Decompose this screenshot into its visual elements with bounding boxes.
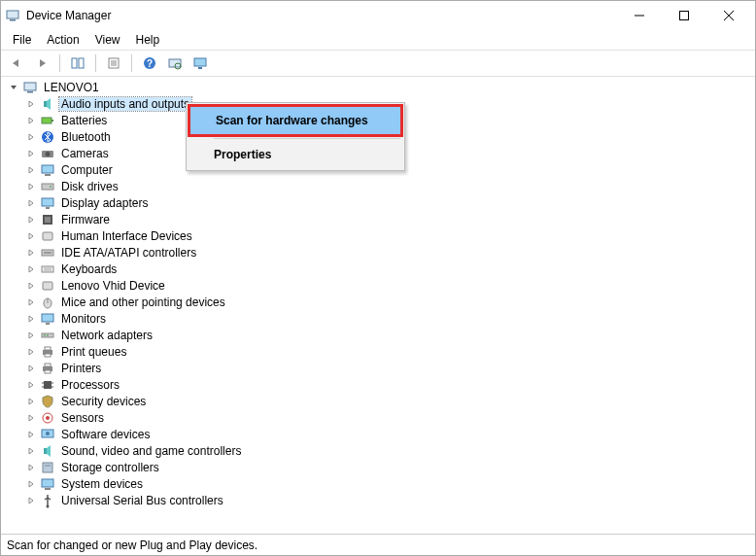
tree-item-label: System devices (59, 477, 145, 491)
tree-item[interactable]: System devices (1, 475, 755, 492)
tree-item[interactable]: Lenovo Vhid Device (1, 277, 755, 294)
tree-item-label: Monitors (59, 312, 108, 326)
tree-item-label: Storage controllers (59, 461, 161, 474)
chevron-right-icon[interactable] (24, 411, 38, 425)
menu-file[interactable]: File (5, 31, 39, 49)
tree-item[interactable]: Print queues (1, 343, 755, 360)
tree-item[interactable]: Processors (1, 376, 755, 393)
svg-point-60 (46, 416, 50, 420)
display-icon (40, 195, 55, 211)
tree-item[interactable]: Security devices (1, 393, 755, 409)
tree-item[interactable]: Mice and other pointing devices (1, 294, 755, 310)
svg-text:?: ? (147, 58, 153, 69)
tree-item-label: Audio inputs and outputs (59, 97, 191, 111)
minimize-button[interactable] (617, 1, 662, 30)
window-title: Device Manager (26, 9, 617, 22)
status-text: Scan for changed or new Plug and Play de… (7, 539, 258, 552)
svg-rect-44 (46, 323, 50, 325)
tree-item[interactable]: IDE ATA/ATAPI controllers (1, 244, 755, 261)
chevron-right-icon[interactable] (24, 428, 38, 441)
svg-rect-17 (198, 67, 202, 69)
tree-item-label: Mice and other pointing devices (59, 295, 227, 309)
svg-rect-1 (10, 19, 16, 21)
tree-item-label: Network adapters (59, 329, 155, 342)
chevron-right-icon[interactable] (24, 147, 38, 160)
tree-item[interactable]: Storage controllers (1, 459, 755, 475)
tree-item[interactable]: Keyboards (1, 261, 755, 277)
camera-icon (40, 146, 55, 161)
context-scan-hardware[interactable]: Scan for hardware changes (190, 107, 400, 134)
menu-help[interactable]: Help (128, 31, 168, 49)
chevron-right-icon[interactable] (24, 461, 38, 474)
chevron-right-icon[interactable] (24, 213, 38, 226)
svg-rect-19 (27, 91, 33, 93)
chevron-right-icon[interactable] (24, 312, 38, 326)
chevron-right-icon[interactable] (24, 130, 38, 144)
tree-item[interactable]: Human Interface Devices (1, 227, 755, 244)
tree-item[interactable]: Display adapters (1, 194, 755, 211)
svg-point-68 (47, 504, 50, 507)
menu-action[interactable]: Action (39, 31, 86, 49)
tree-root[interactable]: LENOVO1 (1, 79, 755, 95)
chevron-right-icon[interactable] (24, 262, 38, 276)
tree-item[interactable]: Disk drives (1, 178, 755, 194)
chevron-right-icon[interactable] (24, 229, 38, 243)
close-button[interactable] (706, 1, 751, 30)
context-properties[interactable]: Properties (189, 141, 402, 168)
chevron-right-icon[interactable] (24, 329, 38, 342)
forward-button[interactable] (30, 52, 53, 74)
svg-rect-63 (44, 448, 47, 454)
show-hide-console-button[interactable] (66, 52, 89, 74)
tree-item[interactable]: Universal Serial Bus controllers (1, 492, 755, 508)
chevron-right-icon[interactable] (24, 395, 38, 408)
tree-item[interactable]: Software devices (1, 426, 755, 442)
tree-item[interactable]: Printers (1, 360, 755, 376)
chevron-right-icon[interactable] (24, 494, 38, 507)
security-icon (40, 394, 55, 409)
properties-button[interactable] (102, 52, 125, 74)
mouse-icon (40, 295, 55, 310)
chevron-right-icon[interactable] (24, 378, 38, 392)
context-separator (214, 138, 400, 139)
svg-rect-64 (43, 463, 52, 472)
menubar: File Action View Help (1, 30, 755, 50)
tree-item[interactable]: Sound, video and game controllers (1, 442, 755, 459)
svg-rect-7 (79, 58, 84, 68)
tree-item-label: Security devices (59, 395, 148, 408)
chevron-right-icon[interactable] (24, 295, 38, 309)
software-icon (40, 427, 55, 442)
maximize-button[interactable] (662, 1, 706, 30)
svg-rect-49 (45, 347, 51, 350)
chevron-right-icon[interactable] (24, 97, 38, 111)
tree-item-label: Firmware (59, 213, 112, 226)
tree-item[interactable]: Network adapters (1, 327, 755, 343)
chevron-right-icon[interactable] (24, 444, 38, 458)
chevron-right-icon[interactable] (24, 246, 38, 260)
back-button[interactable] (5, 52, 28, 74)
chevron-down-icon[interactable] (7, 81, 20, 94)
chevron-right-icon[interactable] (24, 279, 38, 293)
svg-point-47 (47, 334, 49, 336)
tree-item-label: Printers (59, 362, 103, 375)
chevron-right-icon[interactable] (24, 196, 38, 210)
chevron-right-icon[interactable] (24, 345, 38, 359)
svg-rect-27 (45, 174, 51, 176)
toolbar-separator (95, 54, 96, 72)
chevron-right-icon[interactable] (24, 163, 38, 177)
chevron-right-icon[interactable] (24, 180, 38, 193)
display-button[interactable] (189, 52, 212, 74)
tree-item[interactable]: Sensors (1, 409, 755, 426)
chevron-right-icon[interactable] (24, 114, 38, 127)
menu-view[interactable]: View (87, 31, 128, 49)
svg-rect-21 (42, 118, 52, 123)
tree-item-label: Batteries (59, 114, 109, 127)
svg-rect-54 (44, 381, 52, 389)
chevron-right-icon[interactable] (24, 477, 38, 491)
svg-rect-3 (680, 12, 689, 20)
scan-hardware-button[interactable] (163, 52, 187, 74)
tree-item[interactable]: Firmware (1, 211, 755, 227)
help-button[interactable]: ? (138, 52, 161, 74)
svg-rect-31 (46, 207, 50, 209)
chevron-right-icon[interactable] (24, 362, 38, 375)
tree-item[interactable]: Monitors (1, 310, 755, 327)
